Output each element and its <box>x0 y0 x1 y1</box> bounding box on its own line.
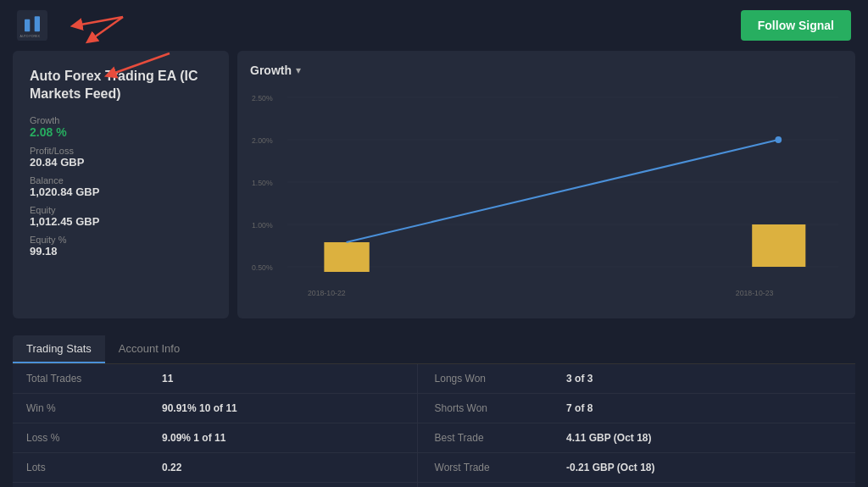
stat-value: -1.10 GBP <box>148 483 417 488</box>
stat-value: 90.91% 10 of 11 <box>148 394 417 423</box>
stat-label: Win % <box>13 394 148 423</box>
main-content: Auto Forex Trading EA (IC Markets Feed) … <box>0 51 868 327</box>
svg-line-5 <box>76 17 123 25</box>
stat-growth-label: Growth <box>30 115 212 125</box>
logo-area: AUTO FOREX <box>17 10 47 41</box>
stat-equity-pct-value: 99.18 <box>30 245 212 257</box>
svg-line-21 <box>347 140 779 242</box>
svg-text:2018-10-23: 2018-10-23 <box>736 289 774 297</box>
stat-label: Worst Trade <box>417 453 553 483</box>
svg-text:0.50%: 0.50% <box>252 263 273 272</box>
chart-panel: Growth ▾ 2.50% 2.00% 1.50% 1.00% 0.50% <box>237 51 855 318</box>
stat-value: 0.22 <box>148 453 417 483</box>
stat-value: 7 of 8 <box>553 394 855 423</box>
stat-value: 4.11 GBP (Oct 18) <box>553 423 855 453</box>
header: AUTO FOREX Follow Signal <box>0 0 868 51</box>
chart-svg: 2.50% 2.00% 1.50% 1.00% 0.50% <box>250 86 843 306</box>
chart-header: Growth ▾ <box>250 64 843 77</box>
stat-pl-value: 20.84 GBP <box>30 156 212 169</box>
stat-value: 2.11 GBP <box>553 483 855 488</box>
svg-rect-19 <box>324 242 369 272</box>
chart-dropdown-arrow[interactable]: ▾ <box>296 64 301 76</box>
stat-label: Lots <box>13 453 148 483</box>
stat-label: Longs Won <box>417 364 553 394</box>
svg-text:2018-10-22: 2018-10-22 <box>308 289 346 297</box>
table-row: Loss % 9.09% 1 of 11 Best Trade 4.11 GBP… <box>13 423 855 453</box>
stat-equity-value: 1,012.45 GBP <box>30 215 212 228</box>
table-row: Win % 90.91% 10 of 11 Shorts Won 7 of 8 <box>13 394 855 423</box>
svg-rect-1 <box>25 19 30 31</box>
tabs-section: Trading Stats Account Info Total Trades … <box>13 335 855 487</box>
table-row: Lots 0.22 Worst Trade -0.21 GBP (Oct 18) <box>13 453 855 483</box>
stat-pl-label: Profit/Loss <box>30 146 212 156</box>
svg-point-22 <box>775 136 782 143</box>
logo-icon: AUTO FOREX <box>17 10 47 41</box>
svg-text:1.00%: 1.00% <box>252 221 273 230</box>
stat-value: 9.09% 1 of 11 <box>148 423 417 453</box>
svg-text:2.50%: 2.50% <box>252 94 273 102</box>
stats-table: Total Trades 11 Longs Won 3 of 3 Win % 9… <box>13 364 855 487</box>
svg-line-6 <box>91 17 123 40</box>
stat-value: 3 of 3 <box>553 364 855 394</box>
stat-label: Commissions <box>13 483 148 488</box>
tabs-bar: Trading Stats Account Info <box>13 335 855 364</box>
svg-text:AUTO FOREX: AUTO FOREX <box>20 35 41 38</box>
stat-equity-label: Equity <box>30 205 212 215</box>
svg-rect-2 <box>35 16 40 31</box>
tab-account-info[interactable]: Account Info <box>105 335 193 363</box>
follow-signal-button[interactable]: Follow Signal <box>741 10 851 41</box>
table-row: Commissions -1.10 GBP Average Win 2.11 G… <box>13 483 855 488</box>
stat-label: Total Trades <box>13 364 148 394</box>
stat-label: Loss % <box>13 423 148 453</box>
stat-label: Shorts Won <box>417 394 553 423</box>
stat-value: 11 <box>148 364 417 394</box>
panel-title: Auto Forex Trading EA (IC Markets Feed) <box>30 68 212 103</box>
stat-value: -0.21 GBP (Oct 18) <box>553 453 855 483</box>
stat-balance-value: 1,020.84 GBP <box>30 185 212 198</box>
tab-trading-stats[interactable]: Trading Stats <box>13 335 105 363</box>
stat-growth-value: 2.08 % <box>30 125 212 139</box>
stat-balance-label: Balance <box>30 175 212 185</box>
chart-area: 2.50% 2.00% 1.50% 1.00% 0.50% <box>250 86 843 306</box>
stat-label: Average Win <box>417 483 553 488</box>
svg-text:2.00%: 2.00% <box>252 136 273 145</box>
left-panel: Auto Forex Trading EA (IC Markets Feed) … <box>13 51 229 318</box>
table-row: Total Trades 11 Longs Won 3 of 3 <box>13 364 855 394</box>
stat-equity-pct-label: Equity % <box>30 235 212 245</box>
svg-rect-20 <box>752 224 805 267</box>
svg-text:1.50%: 1.50% <box>252 179 273 187</box>
stat-label: Best Trade <box>417 423 553 453</box>
chart-title[interactable]: Growth <box>250 64 292 77</box>
